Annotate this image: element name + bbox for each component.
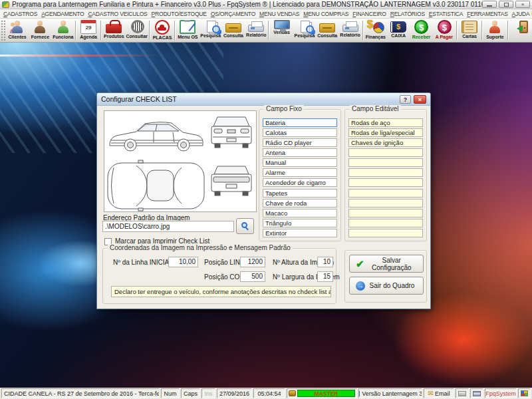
- menu-cadastros[interactable]: CADASTROS: [1, 11, 39, 17]
- toolbar-os-pesquisa[interactable]: Pesquisa: [200, 19, 222, 42]
- save-config-button[interactable]: ✔ Salvar Configuração: [349, 255, 424, 273]
- toolbar-menu-os[interactable]: Menu OS: [176, 19, 199, 42]
- editable-field[interactable]: [348, 158, 423, 167]
- fixed-field[interactable]: Manual: [263, 158, 337, 167]
- dialog-help-button[interactable]: ?: [400, 95, 411, 104]
- status-printer-button[interactable]: [456, 388, 469, 398]
- fixed-field[interactable]: Tapetes: [263, 189, 337, 198]
- toolbar-label: Consulta: [317, 33, 337, 38]
- fixed-field[interactable]: Macaco: [263, 209, 337, 217]
- toolbar-financas[interactable]: Finanças: [364, 19, 387, 42]
- fixed-field[interactable]: Calotas: [263, 128, 337, 137]
- toolbar-funcionario[interactable]: Funciona: [52, 19, 74, 42]
- editable-field[interactable]: [348, 168, 423, 177]
- menu-compras[interactable]: MENU COMPRAS: [301, 11, 350, 17]
- toolbar: Clientes Fornece Funciona 29Agenda Produ…: [0, 19, 532, 43]
- restore-button[interactable]: [499, 1, 513, 8]
- linha-inicial-label: Nº da Linha INICIAL: [113, 259, 173, 266]
- posicao-coluna-input[interactable]: 500: [240, 271, 265, 282]
- toolbar-cartas[interactable]: Cartas: [458, 19, 481, 42]
- dialog-titlebar[interactable]: Configurar CHECK LIST ? ×: [97, 93, 430, 106]
- minimize-button[interactable]: [482, 1, 497, 8]
- altura-input[interactable]: 10: [317, 257, 333, 267]
- wallpaper-red-streak: [0, 55, 160, 57]
- toolbar-suporte[interactable]: Suporte: [483, 19, 506, 42]
- key-icon: [289, 390, 296, 396]
- menu-agendamento[interactable]: AGENDAMENTO: [39, 11, 86, 17]
- toolbar-vendas-pesquisa[interactable]: Pesquisa: [293, 19, 316, 42]
- menu-financeiro[interactable]: FINANCEIRO: [350, 11, 388, 17]
- toolbar-separator: [456, 21, 458, 40]
- editable-field[interactable]: Rodas de aço: [348, 118, 423, 127]
- monitor-small-icon: [358, 391, 360, 396]
- status-app-button[interactable]: [518, 388, 531, 398]
- toolbar-receber[interactable]: $Receber: [410, 19, 432, 42]
- toolbar-fornecedor[interactable]: Fornece: [29, 19, 51, 42]
- toolbar-label: Suporte: [486, 35, 503, 39]
- status-date: 27/09/2016: [217, 388, 252, 398]
- editable-field[interactable]: Chaves de ignição: [348, 138, 423, 147]
- editable-field[interactable]: [348, 209, 423, 217]
- editable-field[interactable]: [348, 199, 423, 207]
- status-email-button[interactable]: ✉ Email: [424, 388, 454, 398]
- menu-vendas[interactable]: MENU VENDAS: [257, 11, 301, 17]
- status-version-label: Versão Lanternagem 3.0: [362, 390, 422, 397]
- menu-os-orcamento[interactable]: OS/ORÇAMENTO: [209, 11, 257, 17]
- menu-produto-estoque[interactable]: PRODUTO/ESTOQUE: [150, 11, 209, 17]
- status-version: Versão Lanternagem 3.0: [358, 388, 422, 398]
- toolbar-consultar[interactable]: Consultar: [126, 19, 148, 42]
- toolbar-separator: [100, 21, 102, 40]
- toolbar-sair[interactable]: [509, 19, 532, 42]
- toolbar-os-relatorio[interactable]: Relatório: [245, 19, 267, 42]
- barcode-icon: [131, 20, 144, 33]
- toolbar-vendas-relatorio[interactable]: Relatório: [338, 19, 361, 42]
- image-path-input[interactable]: .\MODELOS\carro.jpg: [102, 221, 234, 232]
- close-button[interactable]: ×: [515, 1, 530, 8]
- editable-field[interactable]: [348, 178, 423, 187]
- fixed-field[interactable]: Chave de roda: [263, 199, 337, 207]
- toolbar-placas[interactable]: PLACAS: [151, 19, 174, 42]
- posicao-linha-input[interactable]: 1200: [240, 257, 265, 267]
- editable-field[interactable]: [348, 148, 423, 157]
- fixed-field[interactable]: Acendedor de cigarro: [263, 178, 337, 187]
- dialog-close-button[interactable]: ×: [414, 95, 426, 104]
- toolbar-drag-handle[interactable]: [1, 20, 5, 41]
- toolbar-produtos[interactable]: Produtos: [102, 19, 125, 42]
- default-message-input[interactable]: Declaro ter entregue o veículo, conforme…: [111, 286, 331, 297]
- fixed-field[interactable]: Bateria: [263, 118, 337, 127]
- toolbar-clientes[interactable]: Clientes: [6, 19, 29, 42]
- fixed-field[interactable]: Triângulo: [263, 219, 337, 227]
- editable-field[interactable]: [348, 219, 423, 227]
- menu-ajuda[interactable]: AJUDA: [510, 11, 532, 17]
- toolbar-label: Produtos: [104, 34, 124, 39]
- editable-field[interactable]: Rodas de liga/especial: [348, 128, 423, 137]
- fixed-field[interactable]: Antena: [263, 148, 337, 157]
- menu-estatistica[interactable]: ESTATISTICA: [427, 11, 465, 17]
- exit-dialog-button[interactable]: → Sair do Quadro: [349, 277, 424, 295]
- toolbar-a-pagar[interactable]: $A Pagar: [433, 19, 456, 42]
- menu-cadastro-veiculos[interactable]: CADASTRO VEICULOS: [86, 11, 149, 17]
- status-network-button[interactable]: [470, 388, 483, 398]
- toolbar-vendas-consulta[interactable]: Consulta: [316, 19, 338, 42]
- menu-ferramentas[interactable]: FERRAMENTAS: [465, 11, 509, 17]
- fixed-field[interactable]: Alarme: [263, 168, 337, 177]
- toolbar-caixa[interactable]: $CAIXA: [387, 19, 410, 42]
- editable-field[interactable]: [348, 189, 423, 198]
- fixed-field[interactable]: Extintor: [263, 229, 337, 237]
- editable-field[interactable]: [348, 229, 423, 237]
- toolbar-agenda[interactable]: 29Agenda: [77, 19, 100, 42]
- linha-inicial-input[interactable]: 10,00: [168, 257, 198, 267]
- toolbox-icon: [106, 24, 122, 33]
- window-titlebar: Programa para Lanternagem Funilaria e Pi…: [0, 0, 532, 9]
- menu-relatorios[interactable]: RELATÓRIOS: [388, 11, 427, 17]
- toolbar-separator: [149, 21, 150, 40]
- status-caps-lock: Caps: [181, 388, 200, 398]
- browse-image-button[interactable]: [236, 218, 254, 234]
- save-config-label: Salvar Configuração: [364, 257, 423, 271]
- app-icon: [2, 1, 9, 8]
- fixed-field[interactable]: Rádio CD player: [263, 138, 337, 147]
- toolbar-os-consulta[interactable]: Consulta: [222, 19, 245, 42]
- toolbar-label: Cartas: [462, 34, 477, 39]
- largura-input[interactable]: 15: [317, 271, 333, 282]
- toolbar-vendas[interactable]: Vendas: [270, 19, 293, 42]
